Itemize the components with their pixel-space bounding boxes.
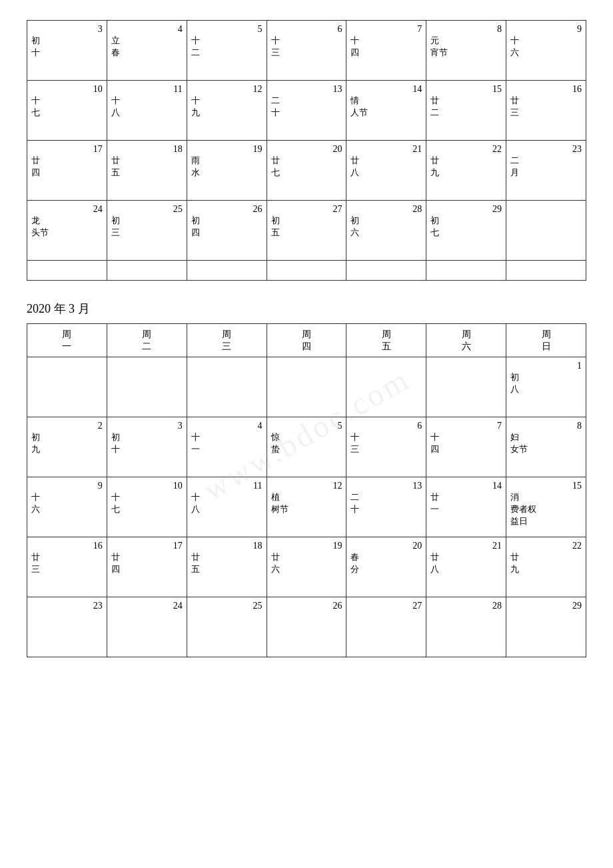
day-number: 5 (191, 24, 263, 35)
mar-header-3: 周 四 (267, 324, 346, 357)
mar-cell-1-2: 4十 一 (187, 417, 267, 477)
feb-cell-3-1: 25初 三 (107, 201, 187, 261)
day-number: 7 (430, 421, 502, 431)
mar-cell-1-6: 8妇 女节 (506, 417, 586, 477)
day-lunar: 二 十 (350, 492, 359, 514)
day-lunar: 初 九 (31, 432, 40, 454)
mar-header-2: 周 三 (187, 324, 267, 357)
day-number: 13 (350, 481, 422, 491)
day-lunar: 十 九 (191, 95, 200, 117)
mar-header-5: 周 六 (426, 324, 506, 357)
day-lunar: 雨 水 (191, 155, 200, 177)
day-lunar: 十 二 (191, 35, 200, 57)
day-lunar: 初 十 (31, 35, 40, 57)
day-number: 8 (510, 421, 582, 431)
mar-cell-2-3: 12植 树节 (267, 477, 346, 537)
mar-cell-3-1: 17廿 四 (107, 537, 187, 597)
day-lunar: 春 分 (350, 552, 359, 574)
day-number: 27 (271, 204, 342, 215)
day-lunar: 初 四 (191, 215, 200, 237)
day-number: 24 (111, 601, 183, 611)
day-number: 28 (350, 204, 422, 215)
day-number: 23 (31, 601, 103, 611)
day-number: 27 (350, 601, 422, 611)
day-number: 25 (191, 601, 263, 611)
mar-cell-4-0: 23 (27, 597, 107, 657)
feb-cell-0-0: 3初 十 (27, 21, 107, 81)
feb-calendar: 3初 十4立 春5十 二6十 三7十 四8元 宵节9十 六10十 七11十 八1… (27, 20, 586, 281)
mar-cell-4-1: 24 (107, 597, 187, 657)
feb-cell-3-0: 24龙 头节 (27, 201, 107, 261)
day-number: 2 (31, 421, 103, 431)
mar-cell-0-0 (27, 357, 107, 417)
day-number: 17 (31, 144, 103, 155)
feb-cell-0-5: 8元 宵节 (426, 21, 506, 81)
mar-cell-4-5: 28 (426, 597, 506, 657)
day-lunar: 初 六 (350, 215, 359, 237)
day-number: 9 (510, 24, 582, 35)
day-number: 1 (510, 361, 582, 371)
feb-cell-4-4 (346, 261, 426, 281)
day-lunar: 廿 七 (271, 155, 280, 177)
feb-cell-3-2: 26初 四 (187, 201, 267, 261)
feb-cell-0-1: 4立 春 (107, 21, 187, 81)
day-number: 3 (111, 421, 183, 431)
day-number: 14 (430, 481, 502, 491)
day-lunar: 十 六 (31, 492, 40, 514)
day-lunar: 二 月 (510, 155, 519, 177)
feb-cell-3-4: 28初 六 (346, 201, 426, 261)
day-number: 16 (510, 84, 582, 95)
day-number: 7 (350, 24, 422, 35)
day-number: 9 (31, 481, 103, 491)
day-number: 4 (111, 24, 183, 35)
day-lunar: 廿 四 (31, 155, 40, 177)
feb-cell-1-3: 13二 十 (267, 81, 346, 141)
day-lunar: 十 一 (191, 432, 200, 454)
day-number: 26 (191, 204, 263, 215)
day-number: 17 (111, 541, 183, 551)
feb-cell-2-5: 22廿 九 (426, 141, 506, 201)
mar-cell-2-6: 15消 费者权 益日 (506, 477, 586, 537)
feb-cell-1-5: 15廿 二 (426, 81, 506, 141)
mar-title: 2020 年 3 月 (27, 301, 586, 317)
day-lunar: 廿 九 (430, 155, 439, 177)
day-number: 23 (510, 144, 582, 155)
day-number: 18 (191, 541, 263, 551)
day-number: 10 (111, 481, 183, 491)
mar-cell-3-2: 18廿 五 (187, 537, 267, 597)
day-lunar: 初 十 (111, 432, 120, 454)
day-number: 22 (510, 541, 582, 551)
mar-cell-1-3: 5惊 蛰 (267, 417, 346, 477)
mar-cell-0-1 (107, 357, 187, 417)
mar-header-1: 周 二 (107, 324, 187, 357)
feb-cell-0-3: 6十 三 (267, 21, 346, 81)
day-number: 28 (430, 601, 502, 611)
mar-cell-0-5 (426, 357, 506, 417)
feb-cell-1-6: 16廿 三 (506, 81, 586, 141)
mar-cell-4-3: 26 (267, 597, 346, 657)
day-number: 11 (191, 481, 263, 491)
day-lunar: 情 人节 (350, 95, 368, 117)
mar-cell-1-5: 7十 四 (426, 417, 506, 477)
day-number: 29 (510, 601, 582, 611)
feb-cell-1-0: 10十 七 (27, 81, 107, 141)
day-number: 19 (191, 144, 263, 155)
day-number: 18 (111, 144, 183, 155)
feb-cell-0-6: 9十 六 (506, 21, 586, 81)
day-lunar: 廿 六 (271, 552, 280, 574)
mar-cell-1-4: 6十 三 (346, 417, 426, 477)
day-lunar: 廿 二 (430, 95, 439, 117)
day-lunar: 十 三 (350, 432, 359, 454)
day-lunar: 植 树节 (271, 492, 289, 514)
feb-cell-2-2: 19雨 水 (187, 141, 267, 201)
feb-cell-1-1: 11十 八 (107, 81, 187, 141)
day-lunar: 十 四 (350, 35, 359, 57)
day-lunar: 十 七 (31, 95, 40, 117)
day-number: 26 (271, 601, 342, 611)
mar-cell-2-4: 13二 十 (346, 477, 426, 537)
day-number: 20 (271, 144, 342, 155)
day-lunar: 廿 八 (430, 552, 439, 574)
feb-cell-4-5 (426, 261, 506, 281)
day-lunar: 二 十 (271, 95, 280, 117)
day-number: 10 (31, 84, 103, 95)
